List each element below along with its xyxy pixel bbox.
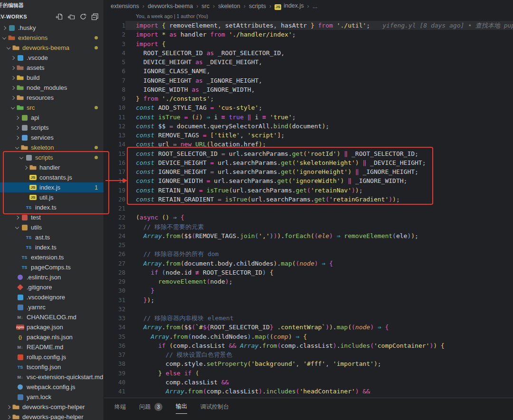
tree-item-package.json[interactable]: npmpackage.json bbox=[0, 322, 104, 332]
refresh-icon[interactable] bbox=[79, 13, 87, 20]
tree-item-constants.js[interactable]: JSconstants.js bbox=[0, 172, 104, 182]
tree-item-extensions[interactable]: extensions bbox=[0, 33, 104, 43]
tree-item-extension.ts[interactable]: TSextension.ts bbox=[0, 252, 104, 262]
code-line-16[interactable]: 16const DEVICE_HEIGHT = url.searchParams… bbox=[104, 158, 513, 167]
tree-item-package.nls.json[interactable]: {}package.nls.json bbox=[0, 332, 104, 342]
code-line-23[interactable]: 23 // 移除不需要的元素 bbox=[104, 222, 513, 231]
code-line-2[interactable]: 2import * as handler from './handler/ind… bbox=[104, 30, 513, 39]
tree-item-yarn.lock[interactable]: yarn.lock bbox=[0, 392, 104, 402]
code-line-21[interactable]: 21 bbox=[104, 204, 513, 213]
tree-item-devworks-page-helper[interactable]: devworks-page-helper bbox=[0, 412, 104, 420]
code-line-30[interactable]: 30 } bbox=[104, 286, 513, 295]
code-line-36[interactable]: 36 if (comp.classList && Array.from(comp… bbox=[104, 341, 513, 350]
code-line-35[interactable]: 35 Array.from(node.childNodes).map((comp… bbox=[104, 332, 513, 341]
tree-item-README.md[interactable]: M↓README.md bbox=[0, 342, 104, 352]
code-line-27[interactable]: 27 Array.from(document.body.childNodes).… bbox=[104, 259, 513, 268]
code-line-12[interactable]: 12const $$ = document.querySelectorAll.b… bbox=[104, 122, 513, 131]
code-line-9[interactable]: 9} from './constants'; bbox=[104, 94, 513, 103]
code-editor[interactable]: 1import { removeElement, setAttributes, … bbox=[104, 21, 513, 396]
tree-item-assets[interactable]: assets bbox=[0, 63, 104, 73]
code-line-34[interactable]: 34 Array.from($$(`#${ROOT_SELECTOR_ID} .… bbox=[104, 323, 513, 332]
code-line-7[interactable]: 7 IGNORE_HEIGHT as _IGNORE_HEIGHT, bbox=[104, 76, 513, 85]
tree-item-api[interactable]: api bbox=[0, 113, 104, 123]
collapse-all-icon[interactable] bbox=[91, 13, 99, 20]
panel-tab-终端[interactable]: 终端 bbox=[114, 403, 126, 414]
code-line-18[interactable]: 18const IGNORE_WIDTH = url.searchParams.… bbox=[104, 176, 513, 185]
code-line-37[interactable]: 37 // 模块设置白色背景色 bbox=[104, 350, 513, 359]
tree-item-util.js[interactable]: JSutil.js bbox=[0, 192, 104, 202]
tree-item-resources[interactable]: resources bbox=[0, 93, 104, 103]
open-editors-header[interactable]: 开的编辑器 bbox=[0, 0, 104, 10]
tree-item-devworks-beema[interactable]: devworks-beema bbox=[0, 43, 104, 53]
code-line-38[interactable]: 38 comp.style.setProperty('background', … bbox=[104, 359, 513, 368]
code-line-6[interactable]: 6 IGNORE_CLASS_NAME, bbox=[104, 67, 513, 76]
panel-tab-问题[interactable]: 问题3 bbox=[139, 403, 162, 414]
tree-item-.gitignore[interactable]: .gitignore bbox=[0, 282, 104, 292]
code-line-22[interactable]: 22(async () ⇒ { bbox=[104, 213, 513, 222]
tree-item-.vscodeignore[interactable]: .vscodeignore bbox=[0, 292, 104, 302]
code-line-39[interactable]: 39 } else if ( bbox=[104, 369, 513, 378]
tree-item-test[interactable]: test bbox=[0, 212, 104, 222]
code-line-11[interactable]: 11const isTrue = (i) ⇒ i ≡ true ‖ i ≡ 't… bbox=[104, 113, 513, 122]
code-line-13[interactable]: 13const REMOVE_TAGS = ['title', 'script'… bbox=[104, 131, 513, 140]
code-line-3[interactable]: 3import { bbox=[104, 39, 513, 48]
code-line-17[interactable]: 17const IGNORE_HEIGHT = url.searchParams… bbox=[104, 167, 513, 176]
breadcrumb-item-skeleton[interactable]: skeleton bbox=[218, 3, 240, 10]
tree-item-build[interactable]: build bbox=[0, 73, 104, 83]
tree-item-index.ts[interactable]: TSindex.ts bbox=[0, 202, 104, 212]
tree-item-webpack.config.js[interactable]: webpack.config.js bbox=[0, 382, 104, 392]
code-line-29[interactable]: 29 removeElement(node); bbox=[104, 277, 513, 286]
tree-item-scripts[interactable]: scripts bbox=[0, 123, 104, 133]
breadcrumb-item-src[interactable]: src bbox=[201, 3, 209, 10]
explorer-section-header[interactable]: EV-WORKS bbox=[0, 10, 104, 23]
panel-tab-调试控制台[interactable]: 调试控制台 bbox=[200, 403, 229, 414]
tree-item-utils[interactable]: utils bbox=[0, 222, 104, 232]
tree-item-skeleton[interactable]: skeleton bbox=[0, 143, 104, 153]
tree-item-rollup.config.js[interactable]: rollup.config.js bbox=[0, 352, 104, 362]
tree-item-node_modules[interactable]: node_modules bbox=[0, 83, 104, 93]
code-line-28[interactable]: 28 if (node.id ≢ ROOT_SELECTOR_ID) { bbox=[104, 268, 513, 277]
panel-tab-输出[interactable]: 输出 bbox=[176, 402, 187, 414]
code-line-24[interactable]: 24 Array.from($$(REMOVE_TAGS.join(',')))… bbox=[104, 231, 513, 240]
breadcrumb-item-devworks-beema[interactable]: devworks-beema bbox=[148, 3, 193, 10]
code-line-26[interactable]: 26 // 移除容器外的所有 dom bbox=[104, 249, 513, 258]
breadcrumb-item-scripts[interactable]: scripts bbox=[249, 3, 266, 10]
code-line-40[interactable]: 40 comp.classList && bbox=[104, 378, 513, 387]
tree-item-scripts[interactable]: scripts bbox=[0, 153, 104, 162]
code-line-20[interactable]: 20const RETAIN_GRADIENT = isTrue(url.sea… bbox=[104, 195, 513, 204]
tree-item-tsconfig.json[interactable]: TStsconfig.json bbox=[0, 362, 104, 372]
code-line-19[interactable]: 19const RETAIN_NAV = isTrue(url.searchPa… bbox=[104, 186, 513, 195]
tree-item-.eslintrc.json[interactable]: .eslintrc.json bbox=[0, 272, 104, 282]
code-line-10[interactable]: 10const ADD_STYLE_TAG = 'cus-style'; bbox=[104, 103, 513, 112]
code-line-33[interactable]: 33 // 移除容器内非模块 element bbox=[104, 314, 513, 323]
code-line-41[interactable]: 41 Array.from(comp.classList).includes('… bbox=[104, 387, 513, 396]
tree-item-.yarnrc[interactable]: .yarnrc bbox=[0, 302, 104, 312]
code-line-15[interactable]: 15const ROOT_SELECTOR_ID = url.searchPar… bbox=[104, 149, 513, 158]
markdown-icon: M↓ bbox=[16, 345, 24, 350]
code-line-31[interactable]: 31 }); bbox=[104, 296, 513, 305]
tree-item-index.js[interactable]: JSindex.js1 bbox=[0, 182, 104, 192]
tree-item-devworks-comp-helper[interactable]: devworks-comp-helper bbox=[0, 402, 104, 412]
tree-item-pageComps.ts[interactable]: TSpageComps.ts bbox=[0, 262, 104, 272]
breadcrumb-item-extensions[interactable]: extensions bbox=[111, 3, 139, 10]
tree-item-CHANGELOG.md[interactable]: M↓CHANGELOG.md bbox=[0, 312, 104, 322]
tree-item-services[interactable]: services bbox=[0, 133, 104, 143]
tree-item-vsc-extension-quickstart.md[interactable]: M↓vsc-extension-quickstart.md bbox=[0, 372, 104, 382]
code-line-14[interactable]: 14const url = new URL(location.href); bbox=[104, 140, 513, 149]
tree-item-handler[interactable]: handler bbox=[0, 162, 104, 172]
breadcrumb-item-index.js[interactable]: JSindex.js bbox=[275, 2, 304, 10]
new-folder-icon[interactable] bbox=[67, 13, 75, 20]
code-line-4[interactable]: 4 ROOT_SELECTOR_ID as _ROOT_SELECTOR_ID, bbox=[104, 48, 513, 57]
tree-item-.husky[interactable]: .husky bbox=[0, 23, 104, 33]
tree-item-.vscode[interactable]: .vscode bbox=[0, 53, 104, 63]
code-line-5[interactable]: 5 DEVICE_HEIGHT as _DEVICE_HEIGHT, bbox=[104, 57, 513, 67]
code-line-8[interactable]: 8 IGNORE_WIDTH as _IGNORE_WIDTH, bbox=[104, 85, 513, 94]
breadcrumb-item-...[interactable]: ... bbox=[313, 3, 317, 10]
tree-item-index.ts[interactable]: TSindex.ts bbox=[0, 242, 104, 252]
code-line-32[interactable]: 32 bbox=[104, 305, 513, 314]
code-line-1[interactable]: 1import { removeElement, setAttributes, … bbox=[104, 21, 513, 30]
code-line-25[interactable]: 25 bbox=[104, 240, 513, 249]
new-file-icon[interactable] bbox=[56, 13, 63, 20]
tree-item-src[interactable]: src bbox=[0, 103, 104, 113]
tree-item-ast.ts[interactable]: TSast.ts bbox=[0, 232, 104, 242]
